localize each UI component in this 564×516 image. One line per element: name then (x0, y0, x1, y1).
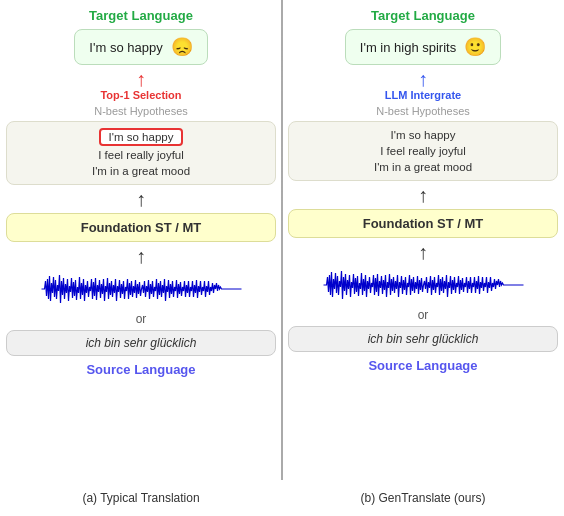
left-arrow-3: ↑ (136, 246, 146, 266)
left-source-language-label: Source Language (86, 362, 195, 377)
right-arrow-3: ↑ (418, 242, 428, 262)
left-selection-label: Top-1 Selection (100, 89, 181, 101)
right-caption: (b) GenTranslate (ours) (282, 491, 564, 505)
right-source-text: ich bin sehr glücklich (368, 332, 479, 346)
left-foundation-label: Foundation ST / MT (81, 220, 202, 235)
left-waveform-svg (20, 271, 263, 307)
right-arrow-up: ↑ (418, 69, 428, 89)
left-output-text: I'm so happy (89, 40, 162, 55)
right-arrow-section: ↑ LLM Intergrate (385, 69, 461, 101)
panel-divider (281, 0, 283, 480)
right-hyp-3: I'm in a great mood (370, 160, 476, 174)
left-foundation-box: Foundation ST / MT (6, 213, 276, 242)
left-caption: (a) Typical Translation (0, 491, 282, 505)
left-panel: Target Language I'm so happy 😞 ↑ Top-1 S… (0, 0, 282, 480)
left-or-text: or (136, 312, 147, 326)
right-target-language-label: Target Language (371, 8, 475, 23)
right-waveform (288, 266, 558, 304)
right-hyp-2: I feel really joyful (376, 144, 470, 158)
left-arrow-section: ↑ Top-1 Selection (100, 69, 181, 101)
left-output-box: I'm so happy 😞 (74, 29, 207, 65)
left-hyp-1: I'm so happy (99, 128, 184, 146)
right-foundation-label: Foundation ST / MT (363, 216, 484, 231)
main-container: Target Language I'm so happy 😞 ↑ Top-1 S… (0, 0, 564, 480)
left-waveform (6, 270, 276, 308)
right-waveform-svg (302, 267, 545, 303)
right-llm-label: LLM Intergrate (385, 89, 461, 101)
right-foundation-box: Foundation ST / MT (288, 209, 558, 238)
right-emoji: 🙂 (464, 36, 486, 58)
left-source-box: ich bin sehr glücklich (6, 330, 276, 356)
right-hyp-1: I'm so happy (387, 128, 460, 142)
right-output-box: I'm in high spirits 🙂 (345, 29, 501, 65)
right-panel: Target Language I'm in high spirits 🙂 ↑ … (282, 0, 564, 480)
left-hyp-3: I'm in a great mood (88, 164, 194, 178)
captions-row: (a) Typical Translation (b) GenTranslate… (0, 480, 564, 516)
right-hypotheses-box: I'm so happy I feel really joyful I'm in… (288, 121, 558, 181)
left-hypotheses-box: I'm so happy I feel really joyful I'm in… (6, 121, 276, 185)
right-source-language-label: Source Language (368, 358, 477, 373)
left-emoji: 😞 (171, 36, 193, 58)
left-source-text: ich bin sehr glücklich (86, 336, 197, 350)
left-nbest-label: N-best Hypotheses (94, 105, 188, 117)
right-output-text: I'm in high spirits (360, 40, 456, 55)
left-target-language-label: Target Language (89, 8, 193, 23)
right-nbest-label: N-best Hypotheses (376, 105, 470, 117)
right-source-box: ich bin sehr glücklich (288, 326, 558, 352)
right-or-text: or (418, 308, 429, 322)
left-arrow-2: ↑ (136, 189, 146, 209)
right-arrow-2: ↑ (418, 185, 428, 205)
left-arrow-up: ↑ (136, 69, 146, 89)
left-hyp-2: I feel really joyful (94, 148, 188, 162)
